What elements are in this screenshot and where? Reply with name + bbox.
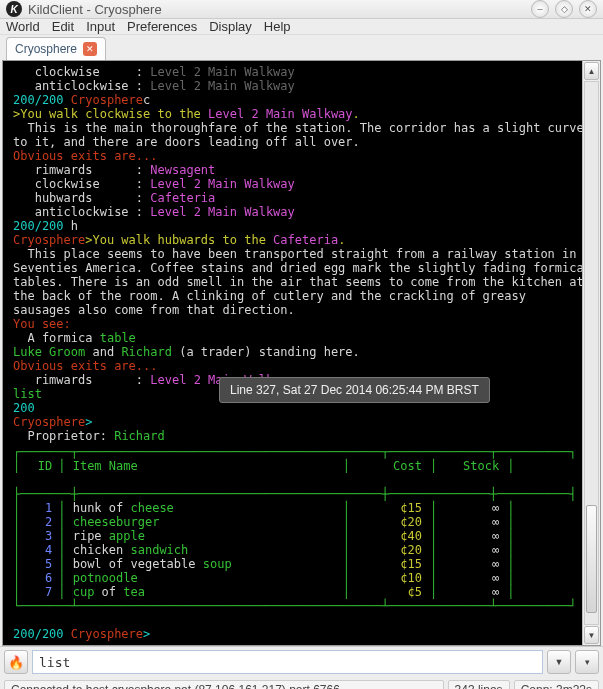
flame-icon: 🔥 <box>8 655 24 670</box>
scroll-end-button[interactable]: ▾ <box>575 650 599 674</box>
exit-line: rimwards : <box>13 373 150 387</box>
table-row: │4│ chicken sandwich│¢20│∞│ <box>13 543 578 557</box>
person-tail: (a trader) standing here. <box>172 345 360 359</box>
room-name: Level 2 Main Walkway <box>208 107 353 121</box>
statusbar: Connected to host cryosphere.net (87.106… <box>0 677 603 689</box>
walk-msg: >You walk hubwards to the <box>85 233 273 247</box>
world-name: Cryosphere <box>13 415 85 429</box>
menubar: World Edit Input Preferences Display Hel… <box>0 19 603 35</box>
scroll-up-icon[interactable]: ▲ <box>584 62 599 80</box>
table-row: │7│ cup of tea│¢5│∞│ <box>13 585 578 599</box>
exit-line: clockwise : <box>13 177 150 191</box>
maximize-button[interactable]: ◇ <box>555 0 573 18</box>
titlebar: K KildClient - Cryosphere – ◇ ✕ <box>0 0 603 19</box>
menu-display[interactable]: Display <box>209 19 252 34</box>
exits-header: Obvious exits are... <box>13 359 158 373</box>
terminal-area: clockwise : Level 2 Main Walkway anticlo… <box>2 60 601 646</box>
exit-dest: Level 2 Main Walkway <box>150 177 295 191</box>
window-title: KildClient - Cryosphere <box>28 2 162 17</box>
room-name: Cafeteria <box>273 233 338 247</box>
history-dropdown-button[interactable]: ▼ <box>547 650 571 674</box>
exits-header: Obvious exits are... <box>13 149 158 163</box>
proprietor-name: Richard <box>114 429 165 443</box>
person-name: Luke Groom <box>13 345 85 359</box>
scroll-track[interactable] <box>584 81 599 625</box>
room-desc: This place seems to have been transporte… <box>13 247 582 317</box>
tab-close-icon[interactable]: ✕ <box>83 42 97 56</box>
table-row: │3│ ripe apple│¢40│∞│ <box>13 529 578 543</box>
conj: and <box>85 345 121 359</box>
cmd-echo: h <box>71 219 78 233</box>
shop-table: ┌───────┬───────────────────────────────… <box>13 445 578 613</box>
menu-world[interactable]: World <box>6 19 40 34</box>
hp-indicator: 200/200 <box>13 627 71 641</box>
table-row: │5│ bowl of vegetable soup│¢15│∞│ <box>13 557 578 571</box>
menu-input[interactable]: Input <box>86 19 115 34</box>
tab-label: Cryosphere <box>15 42 77 56</box>
col-name: Item Name <box>73 459 343 473</box>
table-row: │1│ hunk of cheese│¢15│∞│ <box>13 501 578 515</box>
table-row: │2│ cheeseburger│¢20│∞│ <box>13 515 578 529</box>
col-cost: Cost <box>350 459 430 473</box>
exit-line: clockwise : <box>13 65 150 79</box>
prompt: > <box>143 627 150 641</box>
world-name: Cryosphere <box>71 93 143 107</box>
command-input[interactable] <box>32 650 543 674</box>
exit-dest: Newsagent <box>150 163 215 177</box>
exit-dest: Cafeteria <box>150 191 215 205</box>
exit-dest: Level 2 Main Walkway <box>150 79 295 93</box>
table-border: ├───────┼───────────────────────────────… <box>13 487 577 501</box>
cmd-echo: c <box>143 93 150 107</box>
item-line: A formica <box>13 331 100 345</box>
hp-indicator: 200 <box>13 401 35 415</box>
world-name: Cryosphere <box>71 627 143 641</box>
yousee-header: You see: <box>13 317 71 331</box>
table-row: │6│ potnoodle│¢10│∞│ <box>13 571 578 585</box>
exit-dest: Level 2 Main Walkway <box>150 205 295 219</box>
world-name: Cryosphere <box>13 233 85 247</box>
menu-help[interactable]: Help <box>264 19 291 34</box>
room-desc: This is the main thoroughfare of the sta… <box>13 121 582 149</box>
col-stock: Stock <box>437 459 507 473</box>
prompt: > <box>85 415 92 429</box>
table-border: ┌───────┬───────────────────────────────… <box>13 445 577 459</box>
cmd-echo: list <box>13 387 42 401</box>
item-keyword: table <box>100 331 136 345</box>
input-row: 🔥 ▼ ▾ <box>0 646 603 677</box>
status-connection: Connected to host cryosphere.net (87.106… <box>4 680 444 689</box>
status-lines: 343 lines <box>448 680 510 689</box>
menu-preferences[interactable]: Preferences <box>127 19 197 34</box>
status-conn-time: Conn: 3m22s <box>514 680 599 689</box>
scroll-thumb[interactable] <box>586 505 597 613</box>
table-header: │ID│ Item Name│Cost│Stock│ <box>13 459 578 473</box>
punct: . <box>353 107 360 121</box>
close-button[interactable]: ✕ <box>579 0 597 18</box>
walk-msg: >You walk clockwise to the <box>13 107 208 121</box>
terminal-output[interactable]: clockwise : Level 2 Main Walkway anticlo… <box>3 61 582 645</box>
scrollbar[interactable]: ▲ ▼ <box>582 61 600 645</box>
scroll-down-icon[interactable]: ▼ <box>584 626 599 644</box>
hp-indicator: 200/200 <box>13 93 71 107</box>
app-icon: K <box>6 1 22 17</box>
exit-line: hubwards : <box>13 191 150 205</box>
hp-indicator: 200/200 <box>13 219 71 233</box>
minimize-button[interactable]: – <box>531 0 549 18</box>
person-name: Richard <box>121 345 172 359</box>
line-tooltip: Line 327, Sat 27 Dec 2014 06:25:44 PM BR… <box>219 377 490 403</box>
punct: . <box>338 233 345 247</box>
col-id: ID <box>20 459 58 473</box>
color-picker-button[interactable]: 🔥 <box>4 650 28 674</box>
exit-line: rimwards : <box>13 163 150 177</box>
menu-edit[interactable]: Edit <box>52 19 74 34</box>
exit-line: anticlockwise : <box>13 205 150 219</box>
proprietor-label: Proprietor: <box>13 429 114 443</box>
table-border: └───────┴───────────────────────────────… <box>13 599 577 613</box>
tab-cryosphere[interactable]: Cryosphere ✕ <box>6 37 106 60</box>
tabbar: Cryosphere ✕ <box>0 35 603 60</box>
exit-line: anticlockwise : <box>13 79 150 93</box>
exit-dest: Level 2 Main Walkway <box>150 65 295 79</box>
